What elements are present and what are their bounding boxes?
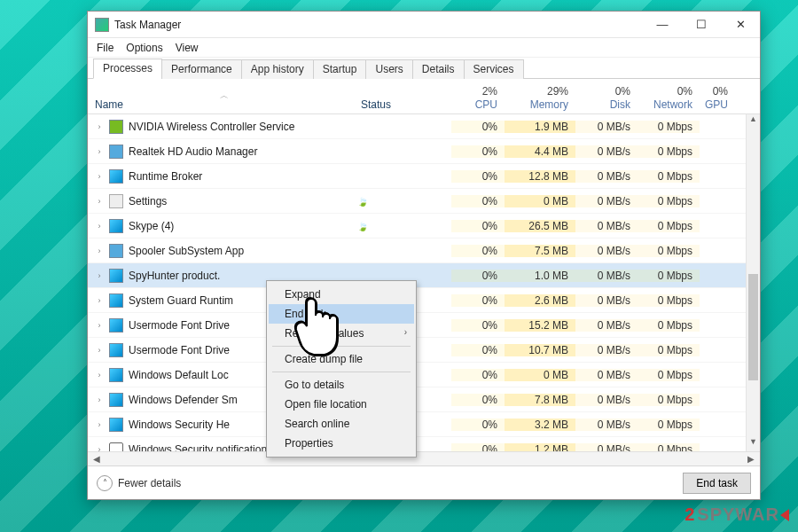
scroll-up-icon[interactable]: ▲ [747,114,760,129]
scroll-down-icon[interactable]: ▼ [747,437,760,451]
table-row[interactable]: ›Windows Defender Sm0%7.8 MB0 MB/s0 Mbps [88,387,760,412]
process-list[interactable]: ›NVIDIA Wireless Controller Service0%1.9… [88,114,760,451]
expand-icon[interactable]: › [95,197,104,206]
table-row[interactable]: ›Realtek HD Audio Manager0%4.4 MB0 MB/s0… [88,139,760,164]
table-row[interactable]: ›Windows Security He0%3.2 MB0 MB/s0 Mbps [88,412,760,437]
tab-app-history[interactable]: App history [241,59,314,79]
minimize-button[interactable]: — [643,12,682,37]
menu-item-resource-values[interactable]: Resource values› [269,324,414,343]
col-memory[interactable]: 29% Memory [505,85,575,113]
vertical-scrollbar[interactable]: ▲ ▼ [746,114,760,451]
table-row[interactable]: ›SpyHunter product.0%1.0 MB0 MB/s0 Mbps [88,263,760,288]
net-cell: 0 Mbps [638,443,700,452]
menu-item-go-to-details[interactable]: Go to details [269,375,414,395]
process-name: Windows Security He [129,419,230,431]
cpu-cell: 0% [451,245,505,257]
process-icon [109,269,123,283]
status-cell: 🍃 [354,195,451,207]
net-cell: 0 Mbps [638,419,700,431]
expand-icon[interactable]: › [95,346,104,355]
table-row[interactable]: ›Usermode Font Drive0%15.2 MB0 MB/s0 Mbp… [88,313,760,338]
scroll-thumb[interactable] [748,274,758,380]
tab-startup[interactable]: Startup [313,59,367,79]
expand-icon[interactable]: › [95,420,104,429]
disk-cell: 0 MB/s [575,121,638,133]
menu-separator [272,346,411,347]
end-task-button[interactable]: End task [683,473,751,494]
col-net-pct: 0% [677,85,692,98]
table-row[interactable]: ›Usermode Font Drive0%10.7 MB0 MB/s0 Mbp… [88,338,760,363]
table-row[interactable]: ›Settings🍃0%0 MB0 MB/s0 Mbps [88,189,760,214]
expand-icon[interactable]: › [95,122,104,131]
mem-cell: 26.5 MB [505,220,575,232]
tab-users[interactable]: Users [365,59,412,79]
table-row[interactable]: ›Windows Security notification icon0%1.2… [88,437,760,451]
expand-icon[interactable]: › [95,147,104,156]
cpu-cell: 0% [451,344,505,356]
tab-details[interactable]: Details [412,59,465,79]
col-gpu-pct: 0% [713,85,728,98]
tab-services[interactable]: Services [464,59,524,79]
menu-file[interactable]: File [97,42,113,54]
context-menu[interactable]: ExpandEnd taskResource values›Create dum… [266,280,417,458]
table-row[interactable]: ›Spooler SubSystem App0%7.5 MB0 MB/s0 Mb… [88,239,760,263]
expand-icon[interactable]: › [95,222,104,231]
close-button[interactable]: ✕ [721,12,760,37]
expand-icon[interactable]: › [95,371,104,379]
table-row[interactable]: ›System Guard Runtim0%2.6 MB0 MB/s0 Mbps [88,288,760,313]
horizontal-scrollbar[interactable]: ◀ ▶ [88,451,760,466]
col-status[interactable]: Status [361,98,391,111]
process-name: Skype (4) [129,220,174,232]
chevron-up-icon: ˄ [97,475,113,491]
process-icon [109,219,123,233]
menu-options[interactable]: Options [126,42,162,54]
process-name: Spooler SubSystem App [129,245,244,257]
cpu-cell: 0% [451,220,505,232]
expand-icon[interactable]: › [95,172,104,181]
process-name: Realtek HD Audio Manager [129,145,257,158]
table-row[interactable]: ›Runtime Broker0%12.8 MB0 MB/s0 Mbps [88,164,760,189]
menu-view[interactable]: View [176,42,199,54]
disk-cell: 0 MB/s [575,369,638,381]
disk-cell: 0 MB/s [575,294,638,307]
menu-item-open-file-location[interactable]: Open file location [269,395,414,414]
table-row[interactable]: ›Skype (4)🍃0%26.5 MB0 MB/s0 Mbps [88,214,760,239]
mem-cell: 0 MB [505,369,575,381]
expand-icon[interactable]: › [95,321,104,330]
menu-item-end-task[interactable]: End task [269,304,414,324]
titlebar[interactable]: Task Manager — ☐ ✕ [88,12,760,38]
scroll-left-icon[interactable]: ◀ [90,454,104,464]
scroll-right-icon[interactable]: ▶ [744,454,758,464]
tabstrip: ProcessesPerformanceApp historyStartupUs… [88,58,760,79]
expand-icon[interactable]: › [95,296,104,305]
process-name: Runtime Broker [129,170,202,183]
col-gpu[interactable]: 0% GPU [700,85,735,113]
col-name[interactable]: Name [95,98,123,111]
leaf-icon: 🍃 [357,222,368,231]
process-name: System Guard Runtim [129,294,233,307]
net-cell: 0 Mbps [638,220,700,232]
net-cell: 0 Mbps [638,170,700,183]
col-disk-label: Disk [610,98,630,111]
menu-item-expand[interactable]: Expand [269,285,414,304]
net-cell: 0 Mbps [638,319,700,332]
expand-icon[interactable]: › [95,445,104,452]
menu-item-properties[interactable]: Properties [269,434,414,453]
menu-item-search-online[interactable]: Search online [269,414,414,434]
process-name: Windows Default Loc [129,369,229,381]
col-disk[interactable]: 0% Disk [575,85,638,113]
expand-icon[interactable]: › [95,395,104,404]
col-network[interactable]: 0% Network [638,85,700,113]
table-row[interactable]: ›NVIDIA Wireless Controller Service0%1.9… [88,114,760,139]
process-name: Settings [129,195,167,207]
tab-processes[interactable]: Processes [93,59,162,79]
expand-icon[interactable]: › [95,271,104,280]
col-cpu[interactable]: 2% CPU [451,85,505,113]
maximize-button[interactable]: ☐ [682,12,721,37]
fewer-details-toggle[interactable]: ˄ Fewer details [97,475,181,491]
process-icon [109,368,123,382]
menu-item-create-dump-file[interactable]: Create dump file [269,349,414,369]
expand-icon[interactable]: › [95,246,104,255]
table-row[interactable]: ›Windows Default Loc🍃0%0 MB0 MB/s0 Mbps [88,363,760,387]
tab-performance[interactable]: Performance [161,59,242,79]
